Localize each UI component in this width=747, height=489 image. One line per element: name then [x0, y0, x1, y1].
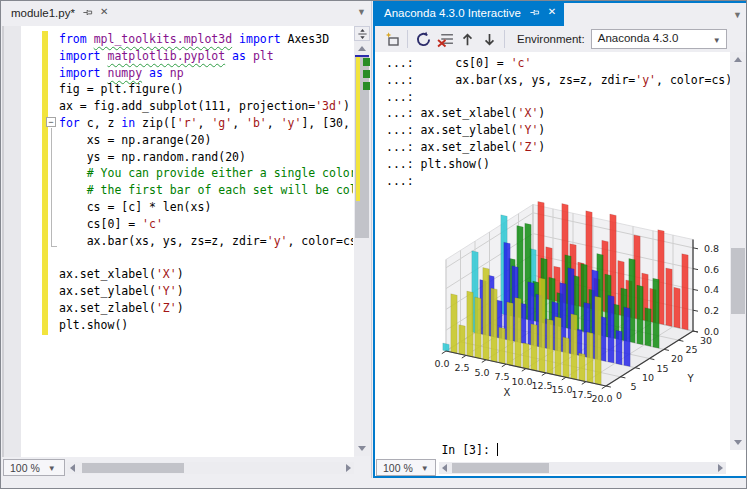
saved-change-mark — [363, 70, 370, 78]
code-line: # the first bar of each set will be colo… — [59, 182, 353, 199]
svg-text:10: 10 — [642, 372, 654, 383]
svg-text:0.0: 0.0 — [434, 358, 449, 369]
svg-text:20.0: 20.0 — [591, 393, 612, 404]
code-line: # You can provide either a single color … — [59, 165, 353, 182]
prompt-text: In [3]: — [441, 443, 496, 457]
scroll-left-icon[interactable] — [70, 464, 75, 472]
changed-lines-mark — [356, 57, 360, 201]
chevron-down-icon: ▼ — [713, 36, 721, 45]
code-line: for c, z in zip(['r', 'g', 'b', 'y'], [3… — [59, 115, 353, 132]
pane-border — [373, 476, 747, 478]
split-icon — [357, 28, 368, 40]
svg-text:20: 20 — [671, 353, 683, 364]
scroll-down-icon[interactable] — [358, 446, 366, 451]
svg-text:5.0: 5.0 — [474, 367, 489, 378]
fold-collapse-box[interactable]: − — [46, 117, 56, 127]
console-zoom-control[interactable]: 100 % ▼ — [376, 459, 436, 476]
code-line: ax.bar(xs, ys, zs=z, zdir='y', color=cs) — [59, 233, 353, 250]
new-window-icon — [384, 31, 400, 47]
toolbar-separator — [407, 30, 408, 48]
svg-text:0: 0 — [616, 390, 622, 401]
console-hscroll-thumb[interactable] — [452, 463, 549, 473]
code-line: cs = [c] * len(xs) — [59, 199, 353, 216]
history-next-button[interactable] — [478, 28, 500, 50]
tab-module1[interactable]: module1.py* ✕ — [3, 4, 114, 26]
pin-icon[interactable] — [529, 7, 540, 18]
interactive-console[interactable]: ...: cs[0] = 'c'...: ax.bar(xs, ys, zs=z… — [375, 52, 730, 457]
breakpoint-margin[interactable] — [2, 26, 21, 457]
editor-horizontal-scrollbar[interactable] — [67, 462, 354, 474]
scroll-right-icon[interactable] — [346, 464, 351, 472]
editor-split-handle[interactable] — [354, 26, 370, 41]
code-line: ...: ax.bar(xs, ys, zs=z, zdir='y', colo… — [386, 72, 730, 89]
vs-window: module1.py* ✕ ▼ − from mpl_toolkits.mplo… — [0, 0, 747, 489]
clear-screen-button[interactable] — [434, 28, 456, 50]
chevron-down-icon: ▼ — [421, 464, 429, 473]
fold-guide-line — [51, 128, 57, 247]
matplotlib-3d-bar-chart: 0.02.55.07.510.012.515.017.520.0X0510152… — [389, 187, 730, 429]
svg-text:X: X — [504, 387, 511, 398]
editor-vertical-scrollbar[interactable] — [354, 41, 370, 456]
restart-kernel-button[interactable] — [412, 28, 434, 50]
scroll-right-icon[interactable] — [718, 464, 723, 472]
chevron-down-icon: ▼ — [48, 464, 56, 473]
console-horizontal-scrollbar[interactable] — [439, 462, 726, 474]
tab-list-chevron-icon[interactable]: ▼ — [357, 7, 366, 17]
console-history: ...: cs[0] = 'c'...: ax.bar(xs, ys, zs=z… — [386, 55, 730, 189]
interactive-tab-strip: Anaconda 4.3.0 Interactive ✕ ▼ — [375, 3, 746, 26]
code-line: import matplotlib.pyplot as plt — [59, 48, 353, 65]
svg-text:0.8: 0.8 — [704, 243, 719, 254]
svg-text:5: 5 — [630, 381, 636, 392]
tab-list-chevron-icon[interactable]: ▼ — [733, 10, 742, 20]
scroll-down-icon[interactable] — [734, 440, 742, 445]
close-icon[interactable]: ✕ — [548, 7, 556, 17]
editor-hscroll-thumb[interactable] — [82, 463, 184, 473]
scroll-up-icon[interactable] — [358, 46, 366, 51]
code-line: ys = np.random.rand(20) — [59, 149, 353, 166]
environment-label: Environment: — [517, 33, 585, 45]
environment-select[interactable]: Anaconda 4.3.0 ▼ — [591, 29, 727, 49]
clear-screen-icon — [437, 31, 454, 48]
code-line: ax.set_xlabel('X') — [59, 266, 353, 283]
scroll-up-icon[interactable] — [734, 57, 742, 62]
code-line: ...: ax.set_xlabel('X') — [386, 105, 730, 122]
console-vscroll-thumb[interactable] — [731, 248, 745, 314]
code-line: fig = plt.figure() — [59, 81, 353, 98]
code-line: ...: ax.set_ylabel('Y') — [386, 122, 730, 139]
code-line: cs[0] = 'c' — [59, 216, 353, 233]
tab-title: Anaconda 4.3.0 Interactive — [384, 7, 521, 19]
svg-text:0.6: 0.6 — [704, 264, 719, 275]
saved-change-mark — [363, 82, 370, 90]
code-line: ...: ax.set_zlabel('Z') — [386, 139, 730, 156]
console-prompt[interactable]: In [3]: — [386, 425, 498, 457]
pin-icon[interactable] — [82, 7, 93, 18]
tab-title: module1.py* — [11, 7, 75, 19]
svg-text:7.5: 7.5 — [494, 371, 509, 382]
environment-value: Anaconda 4.3.0 — [598, 32, 679, 44]
arrow-up-icon — [460, 32, 475, 47]
code-line: xs = np.arange(20) — [59, 132, 353, 149]
history-previous-button[interactable] — [456, 28, 478, 50]
code-text[interactable]: from mpl_toolkits.mplot3d import Axes3Di… — [59, 31, 353, 371]
tab-anaconda-interactive[interactable]: Anaconda 4.3.0 Interactive ✕ — [375, 3, 564, 26]
close-icon[interactable]: ✕ — [100, 7, 108, 17]
svg-text:17.5: 17.5 — [571, 389, 592, 400]
code-line — [59, 249, 353, 266]
svg-text:15.0: 15.0 — [551, 384, 572, 395]
saved-change-mark — [363, 58, 370, 66]
console-vertical-scrollbar[interactable] — [730, 52, 746, 450]
svg-text:Y: Y — [686, 373, 694, 384]
editor-zoom-control[interactable]: 100 % ▼ — [3, 459, 65, 476]
editor-tab-strip: module1.py* ✕ ▼ — [1, 1, 371, 26]
interactive-pane: Anaconda 4.3.0 Interactive ✕ ▼ — [373, 1, 747, 478]
interactive-toolbar: Environment: Anaconda 4.3.0 ▼ — [375, 26, 746, 52]
code-line: ...: — [386, 89, 730, 106]
svg-text:12.5: 12.5 — [531, 380, 552, 391]
new-interactive-window-button[interactable] — [381, 28, 403, 50]
scroll-left-icon[interactable] — [442, 464, 447, 472]
code-line: ...: plt.show() — [386, 156, 730, 173]
svg-text:0.4: 0.4 — [704, 284, 719, 295]
svg-text:10.0: 10.0 — [511, 376, 532, 387]
code-line: ax.set_zlabel('Z') — [59, 300, 353, 317]
code-line: ax = fig.add_subplot(111, projection='3d… — [59, 98, 353, 115]
